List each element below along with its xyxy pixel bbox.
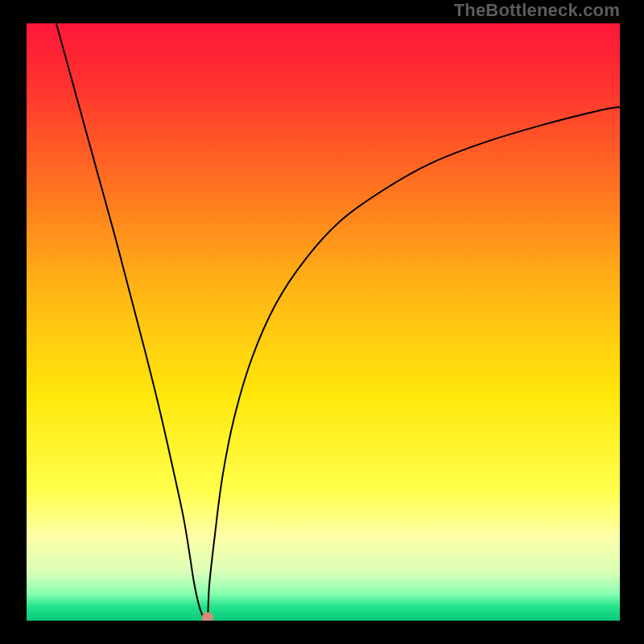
watermark-text: TheBottleneck.com (454, 0, 620, 21)
gradient-background (27, 23, 620, 621)
plot-area (27, 23, 620, 621)
chart-frame: TheBottleneck.com (0, 0, 644, 644)
chart-svg (27, 23, 620, 621)
